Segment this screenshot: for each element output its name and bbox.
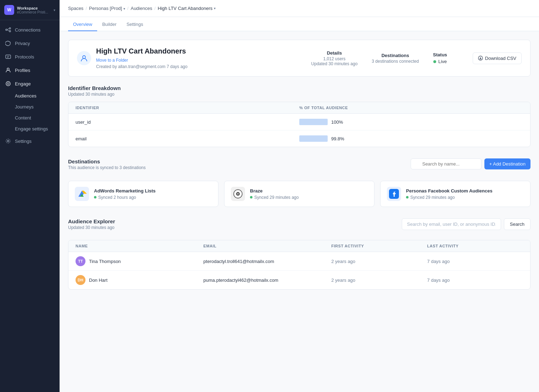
audience-info: High LTV Cart Abandoners Move to a Folde… — [96, 47, 311, 69]
adwords-info: AdWords Remarketing Lists Synced 2 hours… — [94, 188, 156, 200]
svg-point-12 — [83, 56, 85, 58]
stat-status: Status Live — [433, 52, 447, 64]
destinations-title-wrap: Destinations This audience is synced to … — [68, 158, 146, 175]
tab-builder[interactable]: Builder — [97, 18, 121, 31]
sidebar-item-engage-settings[interactable]: Engage settings — [0, 123, 60, 134]
workspace-selector[interactable]: W Workspace eCommerce Pristi... ▾ — [0, 0, 60, 20]
braze-name: Braze — [250, 188, 299, 194]
svg-line-3 — [7, 29, 9, 30]
audience-header-card: High LTV Cart Abandoners Move to a Folde… — [68, 40, 530, 77]
svg-rect-5 — [6, 55, 11, 58]
percent-bar-fill — [299, 119, 328, 125]
svg-point-8 — [7, 68, 9, 70]
tab-overview[interactable]: Overview — [68, 18, 97, 31]
table-row: user_id 100% — [68, 114, 530, 130]
svg-point-17 — [237, 193, 239, 195]
explorer-search-input[interactable] — [402, 218, 501, 230]
sidebar-item-settings[interactable]: Settings — [0, 134, 60, 148]
settings-icon — [5, 138, 11, 144]
identifier-table-header: IDENTIFIER % OF TOTAL AUDIENCE — [68, 102, 530, 114]
explorer-subtitle: Updated 30 minutes ago — [68, 225, 115, 230]
breadcrumb-personas[interactable]: Personas [Prod] ▾ — [89, 6, 125, 11]
breadcrumb-spaces[interactable]: Spaces — [68, 6, 83, 11]
user-name-0: Tina Thompson — [89, 259, 121, 264]
sidebar-item-protocols[interactable]: Protocols — [0, 50, 60, 63]
stat-destinations: Destinations 3 destinations connected — [372, 53, 419, 64]
col-last-header: LAST ACTIVITY — [427, 244, 523, 248]
status-value: Live — [438, 59, 447, 64]
main-content: Spaces / Personas [Prod] ▾ / Audiences /… — [60, 0, 539, 392]
download-csv-label: Download CSV — [485, 56, 516, 61]
percent-text-user-id: 100% — [331, 119, 343, 125]
destination-card-braze: Braze Synced 29 minutes ago — [224, 181, 374, 207]
sidebar-item-profiles[interactable]: Profiles — [0, 63, 60, 77]
sidebar-item-settings-label: Settings — [15, 139, 32, 144]
audience-explorer-section: Audience Explorer Updated 30 minutes ago… — [68, 218, 530, 290]
svg-line-4 — [7, 30, 9, 31]
destinations-subtitle: This audience is synced to 3 destination… — [68, 165, 146, 170]
chevron-down-icon-current: ▾ — [214, 6, 216, 10]
move-to-folder-link[interactable]: Move to a Folder — [96, 58, 128, 63]
percent-text-email: 99.8% — [331, 136, 344, 141]
audience-title: High LTV Cart Abandoners — [96, 47, 311, 55]
stat-destinations-count: 3 destinations connected — [372, 59, 419, 64]
engage-icon — [5, 80, 11, 87]
destinations-title: Destinations — [68, 158, 146, 164]
download-csv-button[interactable]: Download CSV — [473, 52, 522, 64]
sidebar-item-privacy-label: Privacy — [15, 41, 30, 46]
identifier-breakdown-subtitle: Updated 30 minutes ago — [68, 92, 530, 97]
sidebar-item-journeys-label: Journeys — [15, 104, 34, 110]
sidebar-item-audiences[interactable]: Audiences — [0, 90, 60, 101]
adwords-logo — [75, 187, 89, 201]
facebook-status-dot — [406, 196, 409, 198]
sidebar-item-protocols-label: Protocols — [15, 54, 34, 60]
stat-details-label: Details — [311, 50, 358, 56]
braze-status: Synced 29 minutes ago — [250, 195, 299, 200]
user-email-1: puma.pterodactyl462@hotmailx.com — [204, 278, 332, 283]
braze-logo — [231, 187, 245, 201]
chevron-down-icon: ▾ — [54, 8, 55, 12]
audience-stats: Details 1,012 users Updated 30 minutes a… — [311, 50, 522, 66]
workspace-icon: W — [4, 5, 14, 15]
sidebar: W Workspace eCommerce Pristi... ▾ Connec… — [0, 0, 60, 392]
destinations-search-input[interactable] — [411, 158, 482, 169]
add-destination-button[interactable]: + Add Destination — [484, 158, 530, 169]
explorer-search-button[interactable]: Search — [504, 218, 530, 230]
tab-settings[interactable]: Settings — [122, 18, 148, 31]
destination-card-adwords: AdWords Remarketing Lists Synced 2 hours… — [68, 181, 218, 207]
col-first-header: FIRST ACTIVITY — [331, 244, 427, 248]
tabs-bar: Overview Builder Settings — [60, 17, 539, 31]
breadcrumb-audiences[interactable]: Audiences — [130, 6, 152, 11]
user-email-0: pterodactyl.troll641@hotmailx.com — [204, 259, 332, 264]
breadcrumb-sep-1: / — [85, 6, 87, 11]
audience-created: Created by allan.tran@segment.com 7 days… — [96, 64, 311, 69]
sidebar-item-content-label: Content — [15, 115, 31, 121]
breadcrumb-current: High LTV Cart Abandoners ▾ — [158, 6, 216, 11]
sidebar-item-audiences-label: Audiences — [15, 93, 37, 99]
stat-details-users: 1,012 users — [311, 56, 358, 61]
facebook-logo — [387, 187, 401, 201]
sidebar-item-content[interactable]: Content — [0, 112, 60, 123]
percent-bar-bg — [299, 119, 328, 125]
svg-point-0 — [6, 29, 7, 30]
sidebar-item-engage-label: Engage — [15, 81, 31, 86]
svg-point-1 — [9, 28, 11, 29]
user-cell-0: TT Tina Thompson — [76, 256, 204, 266]
sidebar-item-journeys[interactable]: Journeys — [0, 101, 60, 112]
sidebar-item-privacy[interactable]: Privacy — [0, 37, 60, 50]
explorer-title-wrap: Audience Explorer Updated 30 minutes ago — [68, 218, 115, 235]
table-row: email 99.8% — [68, 130, 530, 147]
facebook-status-text: Synced 29 minutes ago — [410, 195, 455, 200]
privacy-icon — [5, 40, 11, 46]
svg-point-2 — [9, 30, 11, 32]
identifier-breakdown-section: Identifier Breakdown Updated 30 minutes … — [68, 85, 530, 147]
first-activity-0: 2 years ago — [331, 259, 427, 264]
facebook-info: Personas Facebook Custom Audiences Synce… — [406, 188, 493, 200]
sidebar-item-engage[interactable]: Engage — [0, 77, 60, 90]
destinations-search-wrap: 🔍 + Add Destination — [411, 158, 530, 169]
table-row: TT Tina Thompson pterodactyl.troll641@ho… — [68, 252, 530, 271]
sidebar-item-engage-settings-label: Engage settings — [15, 126, 48, 131]
sidebar-item-connections[interactable]: Connections — [0, 23, 60, 37]
svg-point-10 — [7, 83, 9, 85]
stat-status-label: Status — [433, 52, 447, 57]
